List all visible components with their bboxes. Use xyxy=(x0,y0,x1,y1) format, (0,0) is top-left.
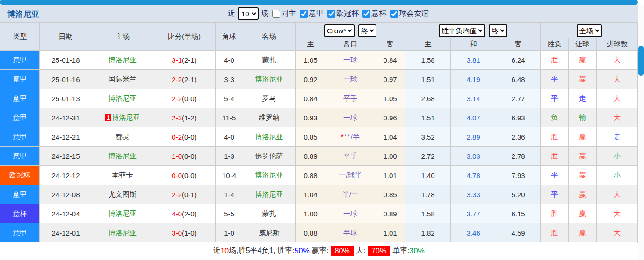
avg-home-cell: 2.68 xyxy=(405,89,451,108)
avg-home-cell: 2.72 xyxy=(405,147,451,166)
fulltime-score: 3-0 xyxy=(172,229,182,237)
avg-away-cell: 6.93 xyxy=(496,108,541,127)
result-cell: 胜 xyxy=(541,127,569,147)
league-badge: 意甲 xyxy=(0,51,40,70)
avg-away-cell: 6.15 xyxy=(496,204,541,223)
home-team-cell: 尤文图斯 xyxy=(92,185,153,204)
handicap-cell: 一/球半 xyxy=(326,166,375,185)
league-badge: 意甲 xyxy=(0,223,40,243)
avg-away-cell: 2.78 xyxy=(496,147,541,166)
avg-away-cell: 2.77 xyxy=(496,89,541,108)
handicap-result-cell: 赢 xyxy=(569,147,597,166)
table-row: 意甲 24-12-21 都灵 0-2(0-0) 4-0 博洛尼亚 0.85 *平… xyxy=(0,127,638,147)
single-rate-value: 30% xyxy=(410,247,425,255)
table-row: 意甲 24-12-31 1博洛尼亚 2-3(1-2) 11-5 维罗纳 0.93… xyxy=(0,108,638,127)
avg-draw-cell: 3.81 xyxy=(451,51,496,70)
odds-company-select[interactable]: Crow* xyxy=(324,24,355,37)
handicap-cell: 平手 xyxy=(326,147,375,166)
fulltime-score: 2-2 xyxy=(172,191,182,199)
coppa-italia-label: 意杯 xyxy=(371,9,386,19)
scope-select[interactable]: 全场 xyxy=(577,24,602,37)
odds-home-cell: 0.84 xyxy=(296,89,326,108)
avg-name-select[interactable]: 胜平负均值 xyxy=(439,24,485,37)
col-header-score: 比分(半场) xyxy=(153,23,216,51)
match-date: 25-01-16 xyxy=(40,70,92,89)
league-badge: 意甲 xyxy=(0,70,40,89)
home-team-name: 尤文图斯 xyxy=(109,190,137,198)
vertical-scrollbar-thumb[interactable] xyxy=(638,46,644,76)
avg-home-cell: 1.78 xyxy=(405,185,451,204)
league-badge: 意甲 xyxy=(0,89,40,108)
away-team-name: 博洛尼亚 xyxy=(255,75,283,83)
odds-away-cell: 0.89 xyxy=(375,204,405,223)
score-cell: 1-0(0-0) xyxy=(153,147,216,166)
result-cell: 平 xyxy=(541,89,569,108)
handicap-result-cell: 输 xyxy=(569,108,597,127)
corners-cell: 3-3 xyxy=(216,70,243,89)
away-team-cell: 蒙扎 xyxy=(243,204,296,223)
away-team-cell: 博洛尼亚 xyxy=(243,127,296,147)
col-header-handicap-result: 让球 xyxy=(569,38,597,51)
match-date: 24-12-21 xyxy=(40,127,92,147)
control-bar: 博洛尼亚 近 10 场 同主 意甲 欧冠杯 意杯 球会友谊 xyxy=(0,5,638,22)
result-cell: 胜 xyxy=(541,223,569,243)
home-team-name: 国际米兰 xyxy=(109,75,137,83)
odds-time-select[interactable]: 终 xyxy=(358,24,376,37)
away-team-name: 罗马 xyxy=(262,94,276,102)
coppa-italia-checkbox[interactable] xyxy=(362,10,370,18)
same-home-checkbox[interactable] xyxy=(272,10,280,18)
home-team-name: 博洛尼亚 xyxy=(109,229,137,237)
home-team-name: 都灵 xyxy=(116,133,130,141)
odds-home-cell: 0.92 xyxy=(296,70,326,89)
handicap-cell: 平手 xyxy=(326,89,375,108)
champions-league-checkbox[interactable] xyxy=(327,10,335,18)
away-team-cell: 威尼斯 xyxy=(243,223,296,243)
handicap-cell: 一球 xyxy=(326,51,375,70)
table-row: 意甲 25-01-13 博洛尼亚 2-2(0-0) 5-4 罗马 0.84 平手… xyxy=(0,89,638,108)
odds-home-cell: 0.85 xyxy=(296,127,326,147)
avg-draw-cell: 2.89 xyxy=(451,127,496,147)
col-header-away: 客场 xyxy=(243,23,296,51)
col-header-home: 主场 xyxy=(92,23,153,51)
handicap-result-cell: 赢 xyxy=(569,127,597,147)
friendly-checkbox[interactable] xyxy=(390,10,398,18)
away-team-name: 博洛尼亚 xyxy=(255,190,283,198)
summary-record: 场,胜5平4负1, xyxy=(229,246,277,256)
col-header-date: 日期 xyxy=(40,23,92,51)
avg-draw-cell: 3.46 xyxy=(451,223,496,243)
score-cell: 0-0(0-0) xyxy=(153,166,216,185)
halftime-score: (2-0) xyxy=(182,210,197,218)
result-cell: 胜 xyxy=(541,51,569,70)
avg-time-select[interactable]: 终 xyxy=(489,24,507,37)
handicap-cell: 一球 xyxy=(326,70,375,89)
avg-draw-cell: 4.19 xyxy=(451,70,496,89)
same-home-filter: 同主 xyxy=(268,9,296,19)
summary-bar: 近10场,胜5平4负1, 胜率:50% 赢率:80%大:70%单率:30% xyxy=(0,242,637,260)
filter-controls: 近 10 场 同主 意甲 欧冠杯 意杯 球会友谊 xyxy=(228,7,429,21)
handicap-result-cell: 赢 xyxy=(569,223,597,243)
col-header-result: 胜负 xyxy=(541,38,569,51)
summary-prefix: 近 xyxy=(213,246,220,256)
league-badge: 意甲 xyxy=(0,127,40,147)
handicap-rate-value: 80% xyxy=(331,246,354,256)
avg-draw-cell: 3.77 xyxy=(451,204,496,223)
odds-away-cell: 1.05 xyxy=(375,89,405,108)
goals-cell: 小 xyxy=(597,147,638,166)
horizontal-scrollbar-thumb[interactable] xyxy=(0,0,638,5)
match-count-select[interactable]: 10 xyxy=(238,7,259,20)
vertical-scrollbar-track[interactable] xyxy=(638,5,644,260)
avg-away-cell: 5.20 xyxy=(496,185,541,204)
handicap-result-cell: 赢 xyxy=(569,185,597,204)
corners-cell: 11-5 xyxy=(216,108,243,127)
score-cell: 2-2(0-1) xyxy=(153,185,216,204)
league-filter-coppa-italia: 意杯 xyxy=(359,9,386,19)
result-cell: 负 xyxy=(541,108,569,127)
match-date: 24-12-04 xyxy=(40,204,92,223)
league-filter-champions-league: 欧冠杯 xyxy=(324,9,359,19)
score-cell: 0-2(0-0) xyxy=(153,127,216,147)
friendly-label: 球会友谊 xyxy=(399,9,429,19)
avg-away-cell: 6.48 xyxy=(496,70,541,89)
table-row: 意甲 25-01-18 博洛尼亚 3-1(2-1) 4-0 蒙扎 1.05 一球… xyxy=(0,51,638,70)
score-cell: 3-0(1-0) xyxy=(153,223,216,243)
serie-a-checkbox[interactable] xyxy=(300,10,308,18)
